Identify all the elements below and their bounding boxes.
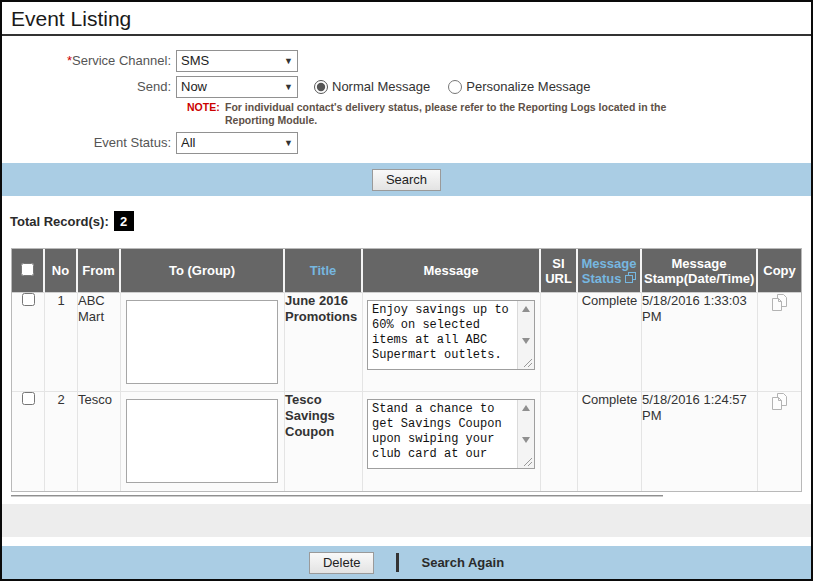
resize-grip-icon[interactable]	[523, 457, 533, 467]
select-all-header	[12, 249, 45, 293]
copy-icon[interactable]	[771, 392, 788, 411]
scroll-down-icon[interactable]	[522, 437, 530, 443]
note-label: NOTE:	[187, 101, 225, 127]
scroll-down-icon[interactable]	[522, 338, 530, 344]
row-to-group-cell	[121, 392, 285, 491]
search-again-link[interactable]: Search Again	[421, 555, 504, 570]
row-no: 2	[45, 392, 78, 491]
row-to-group-cell	[121, 293, 285, 392]
event-status-row: Event Status: All ▼	[2, 131, 811, 154]
event-status-value: All	[181, 135, 280, 150]
scroll-up-icon[interactable]	[522, 306, 530, 312]
row-from: ABC Mart	[78, 293, 121, 392]
send-row: Send: Now ▼ Normal Message Personalize M…	[2, 75, 811, 98]
event-status-select[interactable]: All ▼	[176, 132, 298, 154]
scroll-up-icon[interactable]	[522, 405, 530, 411]
send-value: Now	[181, 79, 280, 94]
table-row: 2 Tesco Tesco Savings Coupon Stand a cha…	[12, 392, 801, 491]
service-channel-select[interactable]: SMS ▼	[176, 50, 298, 72]
results-table-wrap: No From To (Group) Title Message SI URL …	[11, 248, 803, 492]
to-group-listbox[interactable]	[126, 399, 278, 483]
row-select-cell	[12, 293, 45, 392]
message-textarea[interactable]: Enjoy savings up to 60% on selected item…	[367, 300, 535, 370]
row-copy-cell	[758, 293, 801, 392]
send-label: Send:	[2, 79, 176, 94]
row-checkbox[interactable]	[22, 293, 35, 306]
service-channel-value: SMS	[181, 53, 280, 68]
table-row: 1 ABC Mart June 2016 Promotions Enjoy sa…	[12, 293, 801, 392]
row-stamp: 5/18/2016 1:24:57 PM	[642, 392, 758, 491]
row-stamp: 5/18/2016 1:33:03 PM	[642, 293, 758, 392]
search-form: *Service Channel: SMS ▼ Send: Now ▼ Norm…	[2, 36, 811, 154]
col-header-stamp: Message Stamp(Date/Time)	[642, 249, 758, 293]
personalize-message-radio[interactable]	[448, 80, 462, 94]
col-header-title: Title	[285, 249, 363, 293]
col-header-from: From	[78, 249, 121, 293]
row-si-url	[541, 293, 578, 392]
service-channel-label: *Service Channel:	[2, 53, 176, 68]
row-message-cell: Enjoy savings up to 60% on selected item…	[363, 293, 541, 392]
col-header-si-url: SI URL	[541, 249, 578, 293]
col-header-message-status: Message Status	[578, 249, 642, 293]
results-table: No From To (Group) Title Message SI URL …	[11, 248, 802, 492]
row-no: 1	[45, 293, 78, 392]
row-copy-cell	[758, 392, 801, 491]
footer-separator	[396, 553, 399, 572]
row-message-status: Complete	[578, 392, 642, 491]
footer-action-bar: Delete Search Again	[2, 546, 811, 579]
copy-icon[interactable]	[771, 293, 788, 312]
col-header-copy: Copy	[758, 249, 801, 293]
message-textarea[interactable]: Stand a chance to get Savings Coupon upo…	[367, 399, 535, 469]
row-select-cell	[12, 392, 45, 491]
chevron-down-icon: ▼	[280, 56, 293, 66]
to-group-listbox[interactable]	[126, 300, 278, 384]
message-text: Enjoy savings up to 60% on selected item…	[372, 303, 515, 365]
row-message-status: Complete	[578, 293, 642, 392]
search-button[interactable]: Search	[372, 169, 441, 191]
note-text: For individual contact's delivery status…	[225, 101, 677, 127]
footer-spacer-bar	[2, 504, 811, 537]
total-records: Total Record(s): 2	[10, 211, 811, 231]
col-header-message: Message	[363, 249, 541, 293]
total-records-label: Total Record(s):	[10, 214, 109, 229]
row-si-url	[541, 392, 578, 491]
row-message-cell: Stand a chance to get Savings Coupon upo…	[363, 392, 541, 491]
row-title: Tesco Savings Coupon	[285, 392, 363, 491]
message-type-radios: Normal Message Personalize Message	[314, 79, 609, 94]
note-row: NOTE: For individual contact's delivery …	[2, 101, 811, 127]
chevron-down-icon: ▼	[280, 82, 293, 92]
popup-window-icon	[625, 272, 636, 283]
normal-message-radio[interactable]	[314, 80, 328, 94]
col-header-to-group: To (Group)	[121, 249, 285, 293]
event-listing-page: Event Listing *Service Channel: SMS ▼ Se…	[0, 0, 813, 581]
col-header-no: No	[45, 249, 78, 293]
select-all-checkbox[interactable]	[21, 263, 34, 276]
horizontal-scrollbar[interactable]	[11, 495, 663, 497]
delete-button[interactable]: Delete	[309, 552, 375, 574]
send-select[interactable]: Now ▼	[176, 76, 298, 98]
normal-message-label[interactable]: Normal Message	[332, 79, 430, 94]
message-text: Stand a chance to get Savings Coupon upo…	[372, 402, 515, 464]
search-button-bar: Search	[2, 163, 811, 196]
chevron-down-icon: ▼	[280, 138, 293, 148]
service-channel-row: *Service Channel: SMS ▼	[2, 49, 811, 72]
total-records-count-badge: 2	[114, 211, 134, 231]
event-status-label: Event Status:	[2, 135, 176, 150]
personalize-message-label[interactable]: Personalize Message	[466, 79, 590, 94]
row-title: June 2016 Promotions	[285, 293, 363, 392]
page-title: Event Listing	[2, 2, 811, 34]
row-checkbox[interactable]	[22, 392, 35, 405]
title-sort-link[interactable]: Title	[310, 263, 337, 278]
resize-grip-icon[interactable]	[523, 358, 533, 368]
table-header-row: No From To (Group) Title Message SI URL …	[12, 249, 801, 293]
row-from: Tesco	[78, 392, 121, 491]
